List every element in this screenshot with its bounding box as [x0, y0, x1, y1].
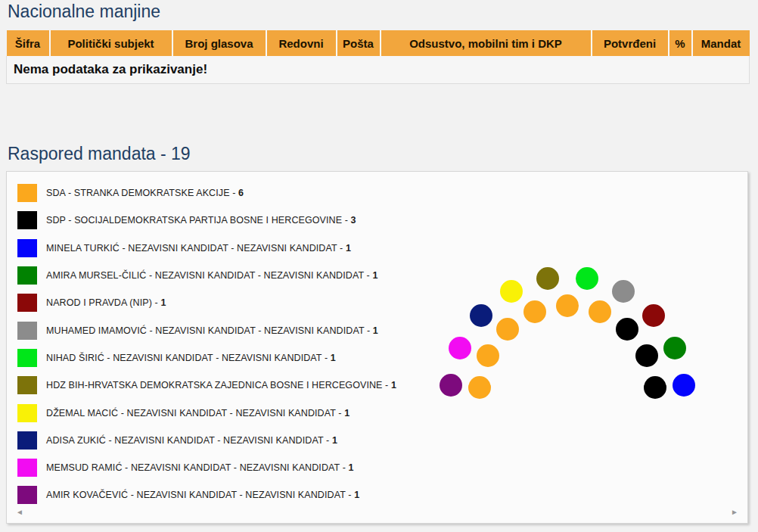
mandates-panel: SDA - STRANKA DEMOKRATSKE AKCIJE - 6SDP … — [6, 171, 748, 524]
legend-item: HDZ BIH-HRVATSKA DEMOKRATSKA ZAJEDNICA B… — [17, 372, 396, 399]
legend-swatch — [17, 322, 37, 340]
column-header: Redovni — [266, 30, 337, 56]
column-header: Odsustvo, mobilni tim i DKP — [381, 30, 592, 56]
legend-swatch — [17, 294, 37, 312]
table-header-row: ŠifraPolitički subjektBroj glasovaRedovn… — [7, 30, 750, 56]
prev-arrow-icon[interactable]: ◄ — [16, 509, 23, 516]
legend-item: NIHAD ŠIRIĆ - NEZAVISNI KANDIDAT - NEZAV… — [17, 344, 396, 372]
mandates-title: Raspored mandata - 19 — [8, 144, 191, 164]
legend-swatch — [17, 376, 37, 394]
column-header: Potvrđeni — [592, 30, 669, 56]
legend-label: NIHAD ŠIRIĆ - NEZAVISNI KANDIDAT - NEZAV… — [46, 353, 336, 363]
legend-item: MUHAMED IMAMOVIĆ - NEZAVISNI KANDIDAT - … — [17, 316, 396, 344]
seat-dot — [612, 280, 635, 303]
results-table: ŠifraPolitički subjektBroj glasovaRedovn… — [6, 30, 750, 84]
legend-swatch — [17, 459, 37, 477]
seat-dot — [496, 318, 519, 341]
seat-dot — [477, 344, 499, 367]
seat-dot — [589, 300, 611, 323]
column-header: Pošta — [337, 30, 381, 56]
seat-dot — [470, 304, 492, 327]
column-header: Broj glasova — [172, 30, 266, 56]
seat-dot — [556, 294, 579, 317]
next-arrow-icon[interactable]: ► — [731, 509, 738, 516]
seat-dot — [642, 304, 665, 327]
seat-dot — [635, 344, 658, 367]
seat-dot — [440, 374, 462, 397]
seat-dot — [523, 300, 546, 323]
legend-swatch — [17, 431, 37, 450]
legend-label: NAROD I PRAVDA (NIP) - 1 — [46, 297, 166, 308]
legend-item: SDP - SOCIJALDEMOKRATSKA PARTIJA BOSNE I… — [17, 207, 396, 234]
legend-item: AMIRA MURSEL-ČILIĆ - NEZAVISNI KANDIDAT … — [17, 262, 396, 289]
seat-dot — [644, 376, 666, 399]
column-header: Politički subjekt — [50, 30, 172, 56]
column-header: Mandat — [692, 30, 750, 56]
legend-label: ADISA ZUKIĆ - NEZAVISNI KANDIDAT - NEZAV… — [46, 435, 337, 446]
legend-swatch — [17, 239, 37, 257]
legend-swatch — [17, 266, 37, 285]
legend-item: SDA - STRANKA DEMOKRATSKE AKCIJE - 6 — [17, 179, 396, 207]
legend-label: DŽEMAL MACIĆ - NEZAVISNI KANDIDAT - NEZA… — [46, 408, 349, 418]
seat-dot — [576, 267, 598, 290]
legend-item: MEMSUD RAMIĆ - NEZAVISNI KANDIDAT - NEZA… — [17, 454, 396, 481]
column-header: Šifra — [7, 30, 50, 56]
empty-message: Nema podataka za prikazivanje! — [7, 56, 750, 83]
legend-swatch — [17, 486, 37, 504]
seat-dot — [616, 318, 638, 341]
legend-swatch — [17, 184, 37, 202]
legend-label: MEMSUD RAMIĆ - NEZAVISNI KANDIDAT - NEZA… — [46, 462, 354, 473]
legend-swatch — [17, 349, 37, 367]
legend-item: NAROD I PRAVDA (NIP) - 1 — [17, 289, 396, 316]
legend-item: DŽEMAL MACIĆ - NEZAVISNI KANDIDAT - NEZA… — [17, 399, 396, 426]
legend-item: AMIR KOVAČEVIĆ - NEZAVISNI KANDIDAT - NE… — [17, 481, 396, 509]
seat-dot — [468, 376, 491, 399]
legend-swatch — [17, 211, 37, 229]
legend-item: MINELA TURKIĆ - NEZAVISNI KANDIDAT - NEZ… — [17, 235, 396, 262]
legend: SDA - STRANKA DEMOKRATSKE AKCIJE - 6SDP … — [17, 179, 396, 509]
table-empty-row: Nema podataka za prikazivanje! — [7, 56, 750, 83]
seat-dot — [449, 337, 471, 359]
seat-dot — [673, 374, 695, 397]
column-header: % — [669, 30, 692, 56]
seat-dot — [536, 267, 559, 290]
seat-dot — [663, 337, 686, 359]
legend-swatch — [17, 404, 37, 422]
seat-dot — [500, 280, 523, 303]
legend-label: MUHAMED IMAMOVIĆ - NEZAVISNI KANDIDAT - … — [46, 325, 378, 336]
legend-label: AMIRA MURSEL-ČILIĆ - NEZAVISNI KANDIDAT … — [46, 270, 377, 281]
legend-label: SDP - SOCIJALDEMOKRATSKA PARTIJA BOSNE I… — [46, 215, 356, 226]
page-title: Nacionalne manjine — [8, 2, 160, 22]
legend-item: ADISA ZUKIĆ - NEZAVISNI KANDIDAT - NEZAV… — [17, 427, 396, 454]
legend-label: AMIR KOVAČEVIĆ - NEZAVISNI KANDIDAT - NE… — [46, 490, 359, 500]
legend-label: HDZ BIH-HRVATSKA DEMOKRATSKA ZAJEDNICA B… — [46, 380, 396, 390]
legend-label: MINELA TURKIĆ - NEZAVISNI KANDIDAT - NEZ… — [46, 243, 351, 254]
legend-label: SDA - STRANKA DEMOKRATSKE AKCIJE - 6 — [46, 188, 244, 198]
